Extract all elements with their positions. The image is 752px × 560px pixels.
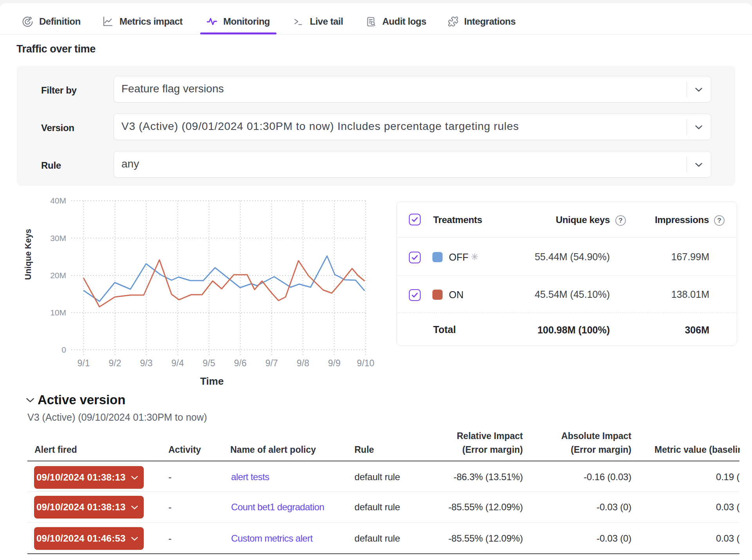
svg-text:9/1: 9/1 <box>78 358 90 368</box>
svg-text:Unique Keys: Unique Keys <box>24 229 33 280</box>
svg-text:40M: 40M <box>50 196 66 205</box>
svg-text:10M: 10M <box>50 308 66 317</box>
svg-text:0: 0 <box>61 345 66 354</box>
svg-text:9/6: 9/6 <box>234 358 247 368</box>
svg-text:9/10: 9/10 <box>357 358 374 368</box>
svg-text:9/2: 9/2 <box>109 358 121 368</box>
svg-text:20M: 20M <box>50 271 66 280</box>
svg-text:Time: Time <box>200 375 224 387</box>
svg-text:9/4: 9/4 <box>172 358 184 368</box>
svg-text:9/8: 9/8 <box>297 358 309 368</box>
svg-text:30M: 30M <box>50 234 66 243</box>
svg-text:9/3: 9/3 <box>140 358 153 368</box>
svg-text:9/9: 9/9 <box>328 358 341 368</box>
svg-text:9/7: 9/7 <box>266 358 278 368</box>
svg-text:9/5: 9/5 <box>203 358 215 368</box>
